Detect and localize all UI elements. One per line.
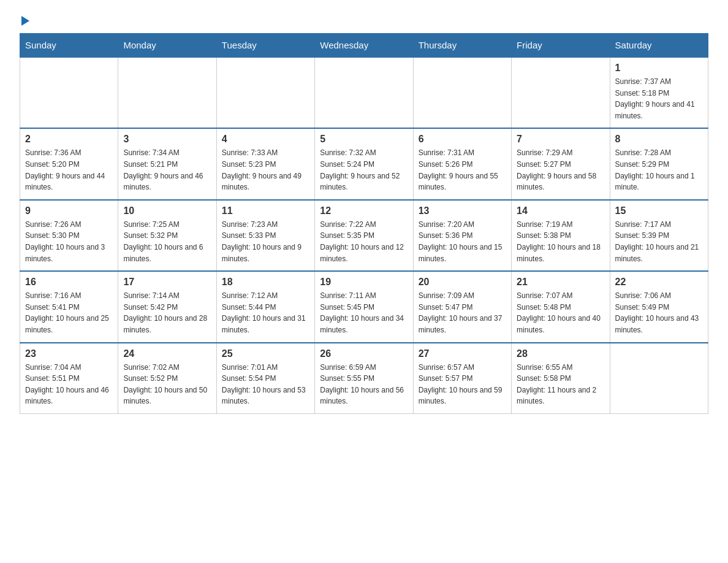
day-info: Sunrise: 7:34 AMSunset: 5:21 PMDaylight:… bbox=[123, 147, 211, 193]
day-number: 13 bbox=[419, 205, 506, 216]
day-number: 18 bbox=[222, 277, 309, 288]
day-number: 4 bbox=[222, 134, 309, 145]
calendar-cell bbox=[413, 57, 511, 128]
day-info: Sunrise: 7:02 AMSunset: 5:52 PMDaylight:… bbox=[123, 362, 211, 407]
calendar-cell: 1Sunrise: 7:37 AMSunset: 5:18 PMDaylight… bbox=[610, 57, 708, 128]
day-info: Sunrise: 6:57 AMSunset: 5:57 PMDaylight:… bbox=[419, 362, 506, 407]
week-row-5: 23Sunrise: 7:04 AMSunset: 5:51 PMDayligh… bbox=[20, 343, 708, 414]
day-number: 21 bbox=[517, 277, 604, 288]
calendar-cell: 3Sunrise: 7:34 AMSunset: 5:21 PMDaylight… bbox=[118, 128, 216, 199]
weekday-header-tuesday: Tuesday bbox=[216, 34, 314, 58]
calendar-cell: 21Sunrise: 7:07 AMSunset: 5:48 PMDayligh… bbox=[512, 271, 610, 342]
day-number: 3 bbox=[123, 134, 211, 145]
calendar-cell: 23Sunrise: 7:04 AMSunset: 5:51 PMDayligh… bbox=[20, 343, 118, 414]
day-info: Sunrise: 7:09 AMSunset: 5:47 PMDaylight:… bbox=[419, 290, 506, 335]
calendar-cell: 22Sunrise: 7:06 AMSunset: 5:49 PMDayligh… bbox=[610, 271, 708, 342]
day-number: 2 bbox=[25, 134, 113, 145]
calendar-cell: 5Sunrise: 7:32 AMSunset: 5:24 PMDaylight… bbox=[315, 128, 413, 199]
calendar-cell: 8Sunrise: 7:28 AMSunset: 5:29 PMDaylight… bbox=[610, 128, 708, 199]
week-row-4: 16Sunrise: 7:16 AMSunset: 5:41 PMDayligh… bbox=[20, 271, 708, 342]
day-number: 5 bbox=[320, 134, 408, 145]
day-number: 12 bbox=[320, 205, 408, 216]
day-number: 23 bbox=[25, 348, 113, 359]
day-number: 9 bbox=[25, 205, 113, 216]
weekday-header-sunday: Sunday bbox=[20, 34, 118, 58]
calendar-cell bbox=[216, 57, 314, 128]
day-number: 1 bbox=[615, 63, 703, 74]
day-info: Sunrise: 7:12 AMSunset: 5:44 PMDaylight:… bbox=[222, 290, 309, 335]
calendar-cell: 11Sunrise: 7:23 AMSunset: 5:33 PMDayligh… bbox=[216, 200, 314, 271]
calendar-cell: 13Sunrise: 7:20 AMSunset: 5:36 PMDayligh… bbox=[413, 200, 511, 271]
weekday-header-monday: Monday bbox=[118, 34, 216, 58]
day-number: 24 bbox=[123, 348, 211, 359]
day-info: Sunrise: 7:23 AMSunset: 5:33 PMDaylight:… bbox=[222, 219, 309, 264]
calendar-cell: 27Sunrise: 6:57 AMSunset: 5:57 PMDayligh… bbox=[413, 343, 511, 414]
day-info: Sunrise: 7:20 AMSunset: 5:36 PMDaylight:… bbox=[419, 219, 506, 264]
day-info: Sunrise: 7:14 AMSunset: 5:42 PMDaylight:… bbox=[123, 290, 211, 335]
day-number: 22 bbox=[615, 277, 703, 288]
calendar-cell: 26Sunrise: 6:59 AMSunset: 5:55 PMDayligh… bbox=[315, 343, 413, 414]
day-info: Sunrise: 7:16 AMSunset: 5:41 PMDaylight:… bbox=[25, 290, 113, 335]
day-info: Sunrise: 7:29 AMSunset: 5:27 PMDaylight:… bbox=[517, 147, 604, 193]
calendar-cell: 10Sunrise: 7:25 AMSunset: 5:32 PMDayligh… bbox=[118, 200, 216, 271]
weekday-header-saturday: Saturday bbox=[610, 34, 708, 58]
day-number: 25 bbox=[222, 348, 309, 359]
day-number: 15 bbox=[615, 205, 703, 216]
calendar-cell: 4Sunrise: 7:33 AMSunset: 5:23 PMDaylight… bbox=[216, 128, 314, 199]
calendar-cell bbox=[20, 57, 118, 128]
day-info: Sunrise: 7:06 AMSunset: 5:49 PMDaylight:… bbox=[615, 290, 703, 335]
logo bbox=[20, 15, 29, 26]
calendar-cell bbox=[315, 57, 413, 128]
week-row-1: 1Sunrise: 7:37 AMSunset: 5:18 PMDaylight… bbox=[20, 57, 708, 128]
calendar-cell: 25Sunrise: 7:01 AMSunset: 5:54 PMDayligh… bbox=[216, 343, 314, 414]
week-row-3: 9Sunrise: 7:26 AMSunset: 5:30 PMDaylight… bbox=[20, 200, 708, 271]
calendar-cell: 14Sunrise: 7:19 AMSunset: 5:38 PMDayligh… bbox=[512, 200, 610, 271]
calendar-cell: 17Sunrise: 7:14 AMSunset: 5:42 PMDayligh… bbox=[118, 271, 216, 342]
day-number: 8 bbox=[615, 134, 703, 145]
day-number: 6 bbox=[419, 134, 506, 145]
calendar-cell: 6Sunrise: 7:31 AMSunset: 5:26 PMDaylight… bbox=[413, 128, 511, 199]
day-number: 20 bbox=[419, 277, 506, 288]
day-info: Sunrise: 7:26 AMSunset: 5:30 PMDaylight:… bbox=[25, 219, 113, 264]
day-info: Sunrise: 6:59 AMSunset: 5:55 PMDaylight:… bbox=[320, 362, 408, 407]
day-number: 19 bbox=[320, 277, 408, 288]
week-row-2: 2Sunrise: 7:36 AMSunset: 5:20 PMDaylight… bbox=[20, 128, 708, 199]
calendar-cell: 28Sunrise: 6:55 AMSunset: 5:58 PMDayligh… bbox=[512, 343, 610, 414]
day-info: Sunrise: 7:07 AMSunset: 5:48 PMDaylight:… bbox=[517, 290, 604, 335]
day-info: Sunrise: 7:37 AMSunset: 5:18 PMDaylight:… bbox=[615, 76, 703, 121]
day-info: Sunrise: 7:11 AMSunset: 5:45 PMDaylight:… bbox=[320, 290, 408, 335]
day-number: 28 bbox=[517, 348, 604, 359]
calendar-cell: 20Sunrise: 7:09 AMSunset: 5:47 PMDayligh… bbox=[413, 271, 511, 342]
day-info: Sunrise: 7:19 AMSunset: 5:38 PMDaylight:… bbox=[517, 219, 604, 264]
calendar-cell bbox=[118, 57, 216, 128]
day-number: 26 bbox=[320, 348, 408, 359]
day-number: 16 bbox=[25, 277, 113, 288]
calendar-header-row: SundayMondayTuesdayWednesdayThursdayFrid… bbox=[20, 34, 708, 58]
day-number: 11 bbox=[222, 205, 309, 216]
calendar-cell: 15Sunrise: 7:17 AMSunset: 5:39 PMDayligh… bbox=[610, 200, 708, 271]
calendar-cell bbox=[610, 343, 708, 414]
day-info: Sunrise: 7:36 AMSunset: 5:20 PMDaylight:… bbox=[25, 147, 113, 193]
day-info: Sunrise: 7:25 AMSunset: 5:32 PMDaylight:… bbox=[123, 219, 211, 264]
day-info: Sunrise: 7:17 AMSunset: 5:39 PMDaylight:… bbox=[615, 219, 703, 264]
calendar-cell: 2Sunrise: 7:36 AMSunset: 5:20 PMDaylight… bbox=[20, 128, 118, 199]
day-info: Sunrise: 7:33 AMSunset: 5:23 PMDaylight:… bbox=[222, 147, 309, 193]
calendar-cell bbox=[512, 57, 610, 128]
day-number: 17 bbox=[123, 277, 211, 288]
day-info: Sunrise: 7:01 AMSunset: 5:54 PMDaylight:… bbox=[222, 362, 309, 407]
day-info: Sunrise: 7:28 AMSunset: 5:29 PMDaylight:… bbox=[615, 147, 703, 193]
calendar-cell: 18Sunrise: 7:12 AMSunset: 5:44 PMDayligh… bbox=[216, 271, 314, 342]
calendar-cell: 12Sunrise: 7:22 AMSunset: 5:35 PMDayligh… bbox=[315, 200, 413, 271]
day-info: Sunrise: 6:55 AMSunset: 5:58 PMDaylight:… bbox=[517, 362, 604, 407]
calendar-cell: 9Sunrise: 7:26 AMSunset: 5:30 PMDaylight… bbox=[20, 200, 118, 271]
day-number: 27 bbox=[419, 348, 506, 359]
calendar-cell: 24Sunrise: 7:02 AMSunset: 5:52 PMDayligh… bbox=[118, 343, 216, 414]
day-number: 10 bbox=[123, 205, 211, 216]
day-number: 14 bbox=[517, 205, 604, 216]
day-info: Sunrise: 7:04 AMSunset: 5:51 PMDaylight:… bbox=[25, 362, 113, 407]
weekday-header-wednesday: Wednesday bbox=[315, 34, 413, 58]
calendar-table: SundayMondayTuesdayWednesdayThursdayFrid… bbox=[20, 33, 708, 414]
calendar-cell: 7Sunrise: 7:29 AMSunset: 5:27 PMDaylight… bbox=[512, 128, 610, 199]
day-info: Sunrise: 7:32 AMSunset: 5:24 PMDaylight:… bbox=[320, 147, 408, 193]
day-info: Sunrise: 7:31 AMSunset: 5:26 PMDaylight:… bbox=[419, 147, 506, 193]
